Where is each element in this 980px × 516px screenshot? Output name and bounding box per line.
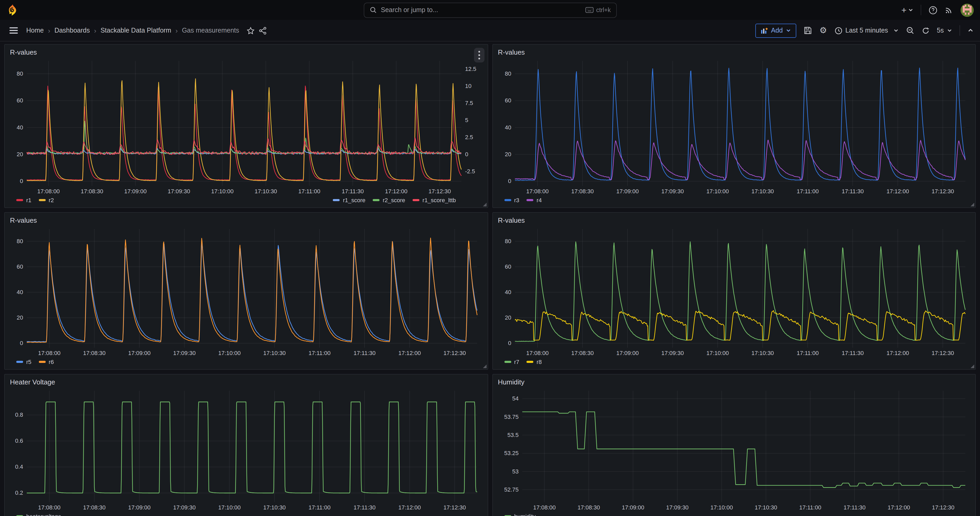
legend-label: r7 xyxy=(514,359,519,365)
y-axis-tick-label: 20 xyxy=(505,314,511,321)
news-button[interactable] xyxy=(945,6,953,14)
x-axis-tick-label: 17:12:00 xyxy=(886,350,909,356)
search-shortcut: ctrl+k xyxy=(585,7,611,13)
x-axis-tick-label: 17:09:00 xyxy=(124,188,147,194)
legend-swatch xyxy=(39,199,46,201)
breadcrumb-folder[interactable]: Stackable Data Platform xyxy=(100,27,171,34)
y-axis-right-tick-label: 10 xyxy=(465,83,471,89)
x-axis-tick-label: 17:09:30 xyxy=(173,350,196,356)
panel-header[interactable]: Humidity xyxy=(497,377,971,389)
legend-item-r7[interactable]: r7 xyxy=(504,359,519,365)
y-axis-tick-label: 80 xyxy=(505,70,511,77)
panel-plot[interactable]: 52.755353.2553.553.755417:08:0017:08:301… xyxy=(497,389,971,511)
panel-header[interactable]: R-values xyxy=(9,47,483,59)
y-axis-tick-label: 0 xyxy=(508,340,511,346)
new-button[interactable]: + xyxy=(901,5,913,14)
refresh-interval-select[interactable]: 5s xyxy=(937,27,952,34)
menu-toggle-icon[interactable] xyxy=(10,27,18,33)
x-axis-tick-label: 17:09:00 xyxy=(128,350,151,356)
search-placeholder: Search or jump to... xyxy=(381,6,585,14)
x-axis-tick-label: 17:10:30 xyxy=(263,350,286,356)
x-axis-tick-label: 17:12:30 xyxy=(443,350,466,356)
divider xyxy=(921,5,921,15)
help-button[interactable] xyxy=(929,5,937,14)
y-axis-tick-label: 60 xyxy=(505,97,511,104)
legend-item-r1_score[interactable]: r1_score xyxy=(333,197,366,203)
panel-plot[interactable]: 02040608017:08:0017:08:3017:09:0017:09:3… xyxy=(497,59,971,195)
x-axis-tick-label: 17:10:00 xyxy=(706,188,729,194)
breadcrumb-separator: › xyxy=(175,27,178,34)
shortcut-label: ctrl+k xyxy=(596,7,611,13)
legend-item-r1_score_lttb[interactable]: r1_score_lttb xyxy=(412,197,456,203)
divider xyxy=(959,25,960,36)
share-icon xyxy=(259,27,266,34)
legend-swatch xyxy=(333,199,340,201)
refresh-interval-label: 5s xyxy=(937,27,944,34)
panel-header[interactable]: R-values xyxy=(9,215,483,227)
refresh-button[interactable] xyxy=(922,27,930,34)
legend-swatch xyxy=(527,199,534,201)
chart-svg: 02040608017:08:0017:08:3017:09:0017:09:3… xyxy=(9,227,484,357)
panel-title: Heater Voltage xyxy=(10,378,55,386)
toolbar-actions: Add ⚙ Last 5 minutes xyxy=(755,23,974,38)
panel-title: Humidity xyxy=(498,378,524,386)
breadcrumb-separator: › xyxy=(94,27,96,34)
time-range-picker[interactable]: Last 5 minutes xyxy=(834,27,899,34)
search-input[interactable]: Search or jump to... ctrl+k xyxy=(363,2,617,18)
x-axis-tick-label: 17:09:00 xyxy=(128,504,151,511)
panel-plot[interactable]: 02040608017:08:0017:08:3017:09:0017:09:3… xyxy=(9,227,483,357)
add-button[interactable]: Add xyxy=(755,23,797,38)
panel-r-values-1: R-values 020406080-2.502.557.51012.517:0… xyxy=(4,44,488,208)
legend-item-r3[interactable]: r3 xyxy=(504,197,519,203)
panel-plot[interactable]: 02040608017:08:0017:08:3017:09:0017:09:3… xyxy=(497,227,971,357)
panel-plot[interactable]: 0.20.40.60.817:08:0017:08:3017:09:0017:0… xyxy=(9,389,483,511)
legend-item-r4[interactable]: r4 xyxy=(527,197,542,203)
legend-item-r6[interactable]: r6 xyxy=(39,359,54,365)
legend-item-r2[interactable]: r2 xyxy=(39,197,54,203)
favorite-button[interactable] xyxy=(247,27,254,34)
breadcrumb-current: Gas measurements xyxy=(182,27,239,34)
settings-button[interactable]: ⚙ xyxy=(819,26,827,35)
rss-icon xyxy=(945,6,953,14)
breadcrumb-home[interactable]: Home xyxy=(26,27,44,34)
legend-item-r1[interactable]: r1 xyxy=(16,197,32,203)
legend-item-heatervoltage[interactable]: heatervoltage xyxy=(16,513,61,516)
y-axis-tick-label: 40 xyxy=(17,124,23,131)
y-axis-tick-label: 80 xyxy=(17,238,23,244)
zoom-out-button[interactable] xyxy=(906,26,915,35)
y-axis-tick-label: 40 xyxy=(17,289,23,295)
x-axis-tick-label: 17:10:00 xyxy=(706,350,729,356)
user-avatar[interactable] xyxy=(961,3,974,16)
panel-header[interactable]: R-values xyxy=(497,47,971,59)
panel-header[interactable]: Heater Voltage xyxy=(9,377,483,389)
x-axis-tick-label: 17:11:30 xyxy=(342,188,364,194)
breadcrumb-dashboards[interactable]: Dashboards xyxy=(54,27,90,34)
panel-title: R-values xyxy=(498,48,525,56)
refresh-icon xyxy=(922,27,930,34)
grafana-logo-icon[interactable] xyxy=(6,4,19,16)
legend-item-r8[interactable]: r8 xyxy=(527,359,542,365)
collapse-topbar-button[interactable] xyxy=(967,27,974,33)
panel-r-values-3: R-values 02040608017:08:0017:08:3017:09:… xyxy=(4,212,488,370)
legend-item-humidity[interactable]: humidity xyxy=(504,513,536,516)
plus-icon: + xyxy=(901,5,907,14)
x-axis-tick-label: 17:11:00 xyxy=(799,504,821,511)
save-button[interactable] xyxy=(803,26,812,35)
x-axis-tick-label: 17:10:00 xyxy=(710,504,733,511)
y-axis-tick-label: 20 xyxy=(17,314,23,321)
legend-item-r2_score[interactable]: r2_score xyxy=(373,197,405,203)
share-button[interactable] xyxy=(259,27,266,34)
y-axis-tick-label: 60 xyxy=(17,97,23,104)
x-axis-tick-label: 17:12:30 xyxy=(931,188,954,194)
y-axis-tick-label: 53.25 xyxy=(504,450,519,456)
panel-header[interactable]: R-values xyxy=(497,215,971,227)
add-panel-icon xyxy=(760,27,768,34)
y-axis-tick-label: 0.8 xyxy=(15,411,23,418)
legend-item-r5[interactable]: r5 xyxy=(16,359,32,365)
y-axis-tick-label: 53.5 xyxy=(507,432,519,438)
x-axis-tick-label: 17:09:00 xyxy=(616,188,638,194)
y-axis-tick-label: 52.75 xyxy=(504,486,519,493)
x-axis-tick-label: 17:08:30 xyxy=(571,350,594,356)
panel-plot[interactable]: 020406080-2.502.557.51012.517:08:0017:08… xyxy=(9,59,483,195)
x-axis-tick-label: 17:11:00 xyxy=(309,350,331,356)
